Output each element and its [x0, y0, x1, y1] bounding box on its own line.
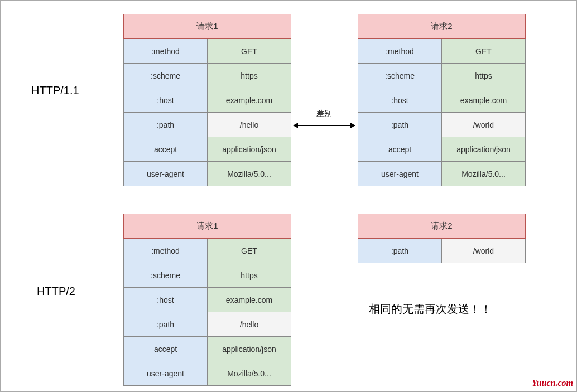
- table-row: :schemehttps: [124, 263, 291, 288]
- table-row: acceptapplication/json: [358, 137, 526, 162]
- table-header: 请求1: [124, 14, 291, 39]
- note-text: 相同的无需再次发送！！: [369, 302, 492, 317]
- http11-label: HTTP/1.1: [31, 84, 79, 97]
- table-row: :hostexample.com: [358, 88, 526, 113]
- table-row: user-agentMozilla/5.0...: [358, 162, 526, 186]
- table-row: :methodGET: [358, 39, 526, 64]
- http2-label: HTTP/2: [37, 285, 75, 298]
- table-row: :methodGET: [124, 39, 291, 64]
- table-row: acceptapplication/json: [124, 337, 291, 361]
- table-http11-req2: 请求2 :methodGET :schemehttps :hostexample…: [358, 14, 526, 186]
- watermark: Yuucn.com: [532, 378, 573, 388]
- table-header: 请求1: [124, 214, 291, 239]
- table-http2-req1: 请求1 :methodGET :schemehttps :hostexample…: [123, 214, 291, 386]
- table-row: acceptapplication/json: [124, 137, 291, 162]
- table-header: 请求2: [358, 14, 526, 39]
- table-row: :schemehttps: [358, 64, 526, 88]
- table-row: user-agentMozilla/5.0...: [124, 361, 291, 386]
- table-row: user-agentMozilla/5.0...: [124, 162, 291, 186]
- diff-arrow: [294, 125, 355, 126]
- table-http2-req2: 请求2 :path/world: [358, 214, 526, 263]
- table-row: :path/world: [358, 239, 526, 263]
- table-row: :schemehttps: [124, 64, 291, 88]
- table-http11-req1: 请求1 :methodGET :schemehttps :hostexample…: [123, 14, 291, 186]
- table-row: :path/hello: [124, 312, 291, 337]
- table-row: :methodGET: [124, 239, 291, 263]
- table-row: :path/hello: [124, 113, 291, 137]
- table-header: 请求2: [358, 214, 526, 239]
- diff-label: 差别: [316, 109, 332, 119]
- table-row: :path/world: [358, 113, 526, 137]
- table-row: :hostexample.com: [124, 288, 291, 312]
- table-row: :hostexample.com: [124, 88, 291, 113]
